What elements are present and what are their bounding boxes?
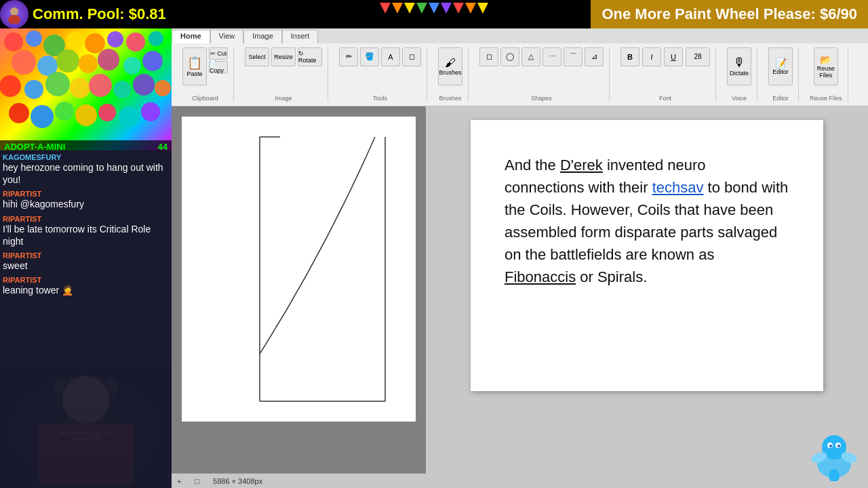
balls-background — [0, 28, 172, 150]
ribbon-clipboard-tools: 📋 Paste ✂ Cut 📄 Copy — [182, 47, 228, 85]
canvas-dimensions: 5886 × 3408px — [213, 477, 262, 485]
brushes-label: Brushes — [439, 95, 461, 102]
right-area: Home View Image Insert 📋 Paste ✂ Cut — [172, 28, 868, 488]
word-area: And the D'erek invented neuro connection… — [426, 106, 868, 488]
chat-username-2: RIPARTIST — [3, 190, 169, 198]
svg-point-5 — [66, 32, 83, 49]
ribbon-body: 📋 Paste ✂ Cut 📄 Copy Clipboard Select — [172, 43, 868, 106]
ribbon-editor-group: 📝 Editor Editor — [763, 47, 799, 102]
chat-message-2: RIPARTIST hihi @kagomesfury — [3, 190, 169, 210]
shape2-button[interactable]: ◯ — [500, 47, 519, 66]
clipboard-label: Clipboard — [192, 95, 218, 102]
ribbon-shapes-tools: ◻ ◯ △ ⋯ ⌒ ⊿ — [479, 47, 604, 66]
shape5-button[interactable]: ⌒ — [564, 47, 583, 66]
tools-label: Tools — [373, 95, 387, 102]
svg-point-18 — [24, 80, 43, 99]
shape1-button[interactable]: ◻ — [479, 47, 498, 66]
ribbon-font-group: B I U 28 Font — [615, 47, 716, 102]
ribbon-image-group: Select Resize ↻ Rotate Image — [239, 47, 328, 102]
dictate-button[interactable]: 🎙 Dictate — [727, 47, 751, 85]
select-button[interactable]: Select — [245, 47, 269, 66]
eraser-button[interactable]: ◻ — [402, 47, 421, 66]
reuse-files-button[interactable]: 📂 Reuse Files — [814, 47, 838, 85]
chat-message-5: RIPARTIST leaning tower 🤦 — [3, 276, 169, 296]
shape3-button[interactable]: △ — [521, 47, 540, 66]
chat-message-4: RIPARTIST sweet — [3, 251, 169, 272]
svg-point-31 — [141, 102, 160, 121]
chat-text-3: I'll be late tomorrow its Critical Role … — [3, 223, 169, 247]
ribbon-image-tools: Select Resize ↻ Rotate — [245, 47, 322, 66]
canvas-svg — [182, 117, 416, 422]
svg-point-13 — [79, 54, 98, 73]
italic-button[interactable]: I — [642, 47, 661, 66]
svg-point-8 — [126, 33, 145, 52]
svg-point-3 — [26, 30, 42, 47]
chat-text-4: sweet — [3, 260, 169, 272]
ribbon-voice-group: 🎙 Dictate Voice — [722, 47, 757, 102]
chat-text-2: hihi @kagomesfury — [3, 198, 169, 210]
svg-point-2 — [4, 33, 23, 52]
fontsize-button[interactable]: 28 — [686, 47, 710, 66]
bold-button[interactable]: B — [620, 47, 639, 66]
content-panes: + □ 5886 × 3408px And the D'erek invente… — [172, 106, 868, 488]
tab-insert[interactable]: Insert — [282, 30, 319, 43]
svg-point-21 — [89, 74, 112, 97]
chat-username-1: KAGOMESFURY — [3, 153, 169, 161]
editor-button[interactable]: 📝 Editor — [768, 47, 793, 85]
chat-username-5: RIPARTIST — [3, 276, 169, 284]
svg-point-40 — [829, 445, 832, 447]
paste-button[interactable]: 📋 Paste — [182, 47, 207, 85]
ribbon-tools-buttons: ✏ 🪣 A ◻ — [339, 47, 421, 66]
svg-point-9 — [149, 31, 163, 46]
ribbon-shapes-group: ◻ ◯ △ ⋯ ⌒ ⊿ Shapes — [474, 47, 610, 102]
streamer-avatar — [0, 0, 28, 28]
resize-button[interactable]: Resize — [271, 47, 296, 66]
ribbon-brushes-group: 🖌 Brushes Brushes — [433, 47, 469, 102]
svg-point-30 — [119, 106, 139, 127]
text-button[interactable]: A — [381, 47, 400, 66]
top-banner: Comm. Pool: $0.81 One More Paint Wheel P… — [0, 0, 868, 28]
tab-home[interactable]: Home — [172, 30, 210, 43]
main-content: ADOPT-A-MINI 44 KAGOMESFURY hey herozone… — [0, 28, 868, 488]
svg-point-25 — [9, 103, 29, 123]
paint-canvas[interactable] — [182, 117, 416, 422]
font-label: Font — [659, 95, 671, 102]
brushes-button[interactable]: 🖌 Brushes — [438, 47, 462, 85]
svg-point-12 — [56, 49, 79, 73]
svg-point-28 — [75, 104, 97, 126]
ribbon: Home View Image Insert 📋 Paste ✂ Cut — [172, 28, 868, 106]
canvas-cursor-icon: + — [177, 477, 181, 485]
shape6-button[interactable]: ⊿ — [585, 47, 604, 66]
svg-point-7 — [107, 31, 123, 47]
underline-button[interactable]: U — [664, 47, 683, 66]
fibonaccis-link[interactable]: Fibonaccis — [505, 268, 576, 285]
techsav-link[interactable]: techsav — [652, 179, 704, 196]
svg-point-22 — [113, 81, 131, 98]
tab-image[interactable]: Image — [243, 30, 282, 43]
cut-button[interactable]: ✂ Cut — [209, 47, 228, 60]
rotate-button[interactable]: ↻ Rotate — [298, 47, 322, 66]
chat-text-5: leaning tower 🤦 — [3, 284, 169, 296]
svg-point-41 — [837, 445, 840, 447]
fill-button[interactable]: 🪣 — [360, 47, 379, 66]
shape4-button[interactable]: ⋯ — [542, 47, 561, 66]
svg-point-10 — [12, 50, 36, 75]
svg-point-16 — [142, 51, 163, 71]
svg-point-24 — [155, 80, 171, 96]
ribbon-clipboard-group: 📋 Paste ✂ Cut 📄 Copy Clipboard — [177, 47, 234, 102]
canvas-tool-icon: □ — [195, 477, 199, 485]
svg-point-20 — [70, 78, 90, 98]
editor-label: Editor — [772, 95, 789, 102]
pencil-button[interactable]: ✏ — [339, 47, 358, 66]
ribbon-brushes-tools: 🖌 Brushes — [438, 47, 462, 85]
word-document: And the D'erek invented neuro connection… — [471, 120, 823, 391]
tab-view[interactable]: View — [210, 30, 244, 43]
svg-point-19 — [45, 72, 70, 96]
svg-point-17 — [0, 75, 21, 97]
derek-link[interactable]: D'erek — [560, 157, 603, 174]
image-label: Image — [275, 95, 292, 102]
voice-label: Voice — [732, 95, 747, 102]
copy-button[interactable]: 📄 Copy — [209, 61, 228, 73]
reuse-label: Reuse Files — [810, 95, 842, 102]
svg-point-15 — [123, 57, 141, 75]
